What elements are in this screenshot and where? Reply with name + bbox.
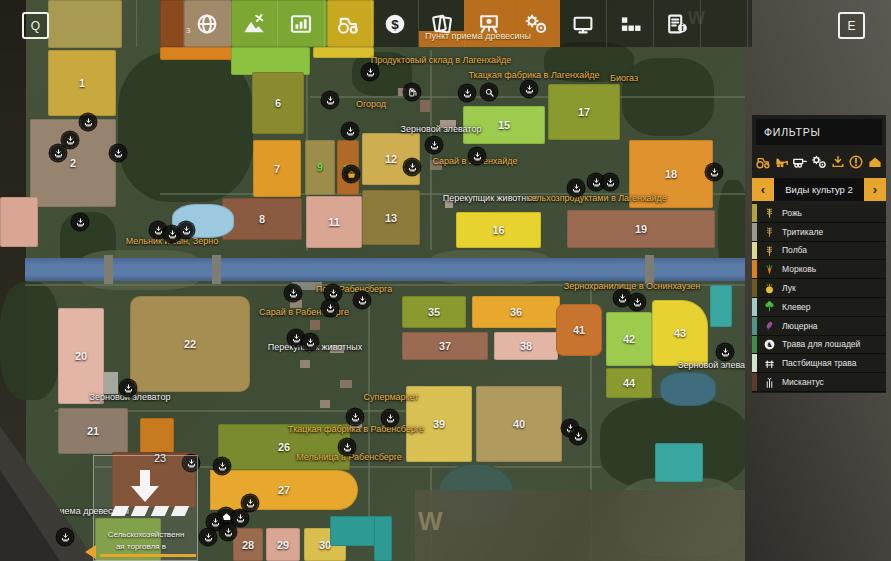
field-20[interactable]: 20 (58, 308, 104, 404)
crop-label: Клевер (782, 302, 811, 312)
crop-filter-triticale[interactable]: Тритикале (752, 223, 886, 242)
field-number: 22 (184, 338, 196, 350)
selection-pointer-icon (85, 545, 96, 559)
crop-filter-clover[interactable]: Клевер (752, 298, 886, 317)
unload-filter-icon[interactable] (829, 153, 847, 171)
crop-filter-spelt[interactable]: Полба (752, 242, 886, 261)
field-43[interactable]: 43 (652, 300, 708, 366)
crop-filter-alfalfa[interactable]: Люцерна (752, 317, 886, 336)
crop-filter-miscanthus[interactable]: Мискантус (752, 373, 886, 392)
crop-color-strip (752, 223, 757, 241)
field-29[interactable]: 29 (266, 528, 300, 561)
crop-filter-onion[interactable]: Лук (752, 279, 886, 298)
field-36[interactable]: 36 (472, 296, 560, 328)
field-40[interactable]: 40 (476, 386, 562, 462)
field-17[interactable]: 17 (548, 84, 620, 140)
field-35[interactable]: 35 (402, 296, 466, 328)
field-38[interactable]: 38 (494, 332, 558, 360)
field-10[interactable]: 10 (337, 140, 359, 195)
field-22[interactable]: 22 (130, 296, 250, 392)
toolbar-tab-landscaping[interactable] (230, 0, 277, 47)
field-2[interactable]: 2 (30, 119, 116, 207)
toolbar-tab-vehicles[interactable] (324, 0, 371, 47)
svg-text:♞: ♞ (766, 340, 773, 349)
onion-icon (762, 281, 776, 295)
field-number: 20 (75, 350, 87, 362)
crop-filter-pasture[interactable]: Пастбищная трава (752, 354, 886, 373)
toolbar-tab-goods[interactable] (606, 0, 653, 47)
pasture-icon (762, 356, 776, 370)
loader-filter-icon[interactable] (773, 153, 791, 171)
field-9[interactable]: 9 (305, 140, 335, 195)
crop-filter-horse[interactable]: ♞Трава для лошадей (752, 336, 886, 355)
spelt-icon (762, 243, 776, 257)
field-1[interactable]: 1 (48, 50, 116, 116)
field-number: 8 (259, 213, 265, 225)
toolbar-tab-prices[interactable]: i (653, 0, 700, 47)
carrot-icon (762, 262, 776, 276)
machines-filter-icon[interactable] (810, 153, 828, 171)
field-11[interactable]: 11 (306, 196, 362, 248)
field-number: 16 (492, 224, 504, 236)
overlay-label-line1: Сельскохозяйственн (108, 530, 185, 539)
field-number: 9 (317, 162, 323, 173)
field-42[interactable]: 42 (606, 312, 652, 366)
alerts-filter-icon[interactable] (847, 153, 865, 171)
placement-arrow-icon (124, 468, 166, 508)
next-filter-group-button[interactable]: › (864, 178, 886, 201)
field-number: 41 (573, 324, 585, 336)
map-area (655, 443, 703, 482)
toolbar-tooltip: Пункт приема древесины (417, 31, 539, 41)
field-6[interactable]: 6 (252, 72, 304, 134)
rocky-terrain (415, 490, 747, 561)
toolbar-tab-computer[interactable] (559, 0, 606, 47)
field-number: 40 (513, 418, 525, 430)
toolbar-tab-statistics[interactable] (277, 0, 324, 47)
field-37[interactable]: 37 (402, 332, 488, 360)
toolbar-tab-map[interactable] (183, 0, 230, 47)
crop-filter-carrot[interactable]: Морковь (752, 260, 886, 279)
field-number: 26 (278, 441, 290, 453)
trailer-filter-icon[interactable] (791, 153, 809, 171)
crop-color-strip (752, 242, 757, 260)
filters-panel: ФИЛЬТРЫ ‹ Виды культур 2 › РожьТритикале… (752, 115, 886, 393)
crop-label: Лук (782, 283, 796, 293)
field-number: 12 (385, 153, 397, 165)
field-27[interactable]: 27 (210, 470, 358, 510)
crop-filter-rye[interactable]: Рожь (752, 204, 886, 223)
crop-label: Тритикале (782, 227, 823, 237)
field-8[interactable]: 8 (222, 198, 302, 240)
field-13[interactable]: 13 (362, 190, 420, 245)
prev-filter-group-button[interactable]: ‹ (752, 178, 774, 201)
map-area (231, 47, 310, 75)
map-label: Зернохранилище в Оснинхаузен (564, 281, 700, 291)
field-21[interactable]: 21 (58, 408, 128, 454)
field-44[interactable]: 44 (606, 368, 652, 398)
map-label: Сарай в Рабенсберге (259, 307, 349, 317)
field-number: 36 (510, 306, 522, 318)
buildings-filter-icon[interactable] (866, 153, 884, 171)
rye-icon (762, 206, 776, 220)
map-label: сельхозпродуктами в Лагенхайде (527, 193, 667, 203)
map-label: Зерновой элевато (678, 360, 754, 370)
field-12[interactable]: 12 (362, 133, 420, 185)
map-area (0, 197, 38, 247)
crop-label: Морковь (782, 264, 816, 274)
clover-icon (762, 300, 776, 314)
field-28[interactable]: 28 (233, 528, 263, 561)
map-label: Перекупщик животных (443, 193, 537, 203)
alfalfa-icon (762, 319, 776, 333)
field-7[interactable]: 7 (253, 140, 301, 197)
field-number: 6 (275, 97, 281, 109)
field-16[interactable]: 16 (456, 212, 541, 248)
map-label: Биогаз (610, 73, 638, 83)
field-number: 28 (242, 539, 254, 551)
crop-label: Люцерна (782, 321, 818, 331)
crop-filter-list: РожьТритикалеПолбаМорковьЛукКлеверЛюцерн… (752, 204, 886, 392)
field-19[interactable]: 19 (567, 210, 715, 248)
map-label: Сарай в Лагенхайде (432, 156, 517, 166)
field-41[interactable]: 41 (556, 304, 602, 356)
toolbar-tab-finances[interactable]: $ (371, 0, 418, 47)
svg-text:i: i (681, 23, 684, 33)
tractor-filter-icon[interactable] (754, 153, 772, 171)
